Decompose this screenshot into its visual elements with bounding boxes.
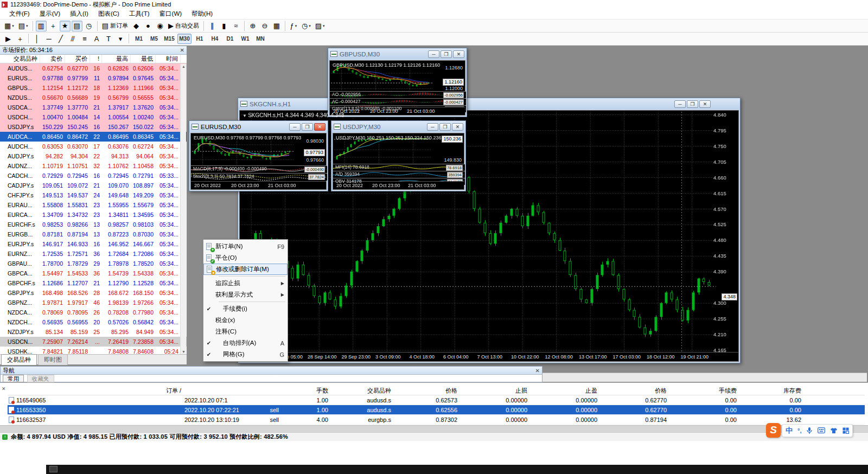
timeframe-button[interactable]: H4: [208, 34, 222, 44]
microphone-icon[interactable]: [806, 427, 813, 434]
quote-row[interactable]: EURAU... 1.55808 1.55831 23 1.55955 1.55…: [0, 200, 187, 210]
restore-button[interactable]: ❐: [439, 123, 451, 131]
quote-row[interactable]: GBPCA... 1.54497 1.54533 36 1.54739 1.54…: [0, 268, 187, 278]
column-header[interactable]: 订单 /: [8, 387, 184, 395]
close-button[interactable]: ✕: [452, 123, 463, 131]
toolbar-button[interactable]: ▤ 新订单: [100, 21, 130, 31]
restore-button[interactable]: ❐: [687, 100, 698, 108]
quote-row[interactable]: USDJPY.s 150.229 150.245 16 150.267 150.…: [0, 122, 187, 132]
quote-row[interactable]: GBPNZ... 1.97871 1.97917 46 1.98139 1.97…: [0, 298, 187, 308]
restore-button[interactable]: ❐: [441, 50, 452, 58]
drawing-tool-button[interactable]: ▾: [115, 34, 126, 44]
quote-row[interactable]: USDCN... 7.25907 7.26214 ... 7.26419 7.2…: [0, 337, 187, 347]
column-header[interactable]: 止损: [461, 387, 531, 395]
toolbar-button[interactable]: ƒ ▾: [288, 21, 299, 31]
menu-item[interactable]: 显示(V): [35, 9, 65, 19]
quote-row[interactable]: GBPJPY.s 168.498 168.526 28 168.672 168.…: [0, 288, 187, 298]
toolbar-button[interactable]: [203, 21, 204, 31]
timeframe-button[interactable]: H1: [193, 34, 207, 44]
minimize-button[interactable]: ─: [674, 100, 686, 108]
menu-item[interactable]: 帮助(H): [187, 9, 218, 19]
toolbar-button[interactable]: ◷: [84, 21, 94, 31]
dropdown-caret-icon[interactable]: ▾: [323, 24, 325, 28]
dropdown-caret-icon[interactable]: ▾: [26, 24, 28, 28]
column-header[interactable]: 价格: [601, 387, 670, 395]
timeframe-button[interactable]: M1: [132, 34, 146, 44]
toolbar-button[interactable]: ▥: [36, 21, 47, 31]
drawing-tool-button[interactable]: A: [91, 34, 102, 44]
dropdown-caret-icon[interactable]: ▾: [309, 24, 311, 28]
quote-row[interactable]: CHFJPY.s 149.513 149.537 24 149.648 149.…: [0, 190, 187, 200]
close-button[interactable]: ✕: [453, 50, 464, 58]
sogou-logo-icon[interactable]: S: [766, 423, 781, 438]
quote-row[interactable]: GBPAU... 1.78700 1.78729 29 1.78978 1.78…: [0, 259, 187, 268]
indicator-pane-ad[interactable]: A/D 359394 359394: [333, 171, 464, 178]
context-menu-item[interactable]: ✔ 自动排列(A) A: [203, 337, 288, 349]
timeframe-button[interactable]: W1: [238, 34, 252, 44]
restore-button[interactable]: ❐: [302, 123, 313, 131]
horizontal-scrollbar[interactable]: [0, 425, 868, 432]
context-menu-item[interactable]: 注释(C): [203, 326, 288, 337]
menu-item[interactable]: 插入(I): [65, 9, 93, 19]
drawing-tool-button[interactable]: ＋: [15, 34, 25, 44]
indicator-pane-macd[interactable]: MACD(8,17,9) -0.000400 -0.000490 -0.0004…: [191, 165, 326, 173]
quote-row[interactable]: USDHK... 7.84821 7.85118 7.84808 7.84608…: [0, 347, 187, 354]
tab-tick-chart[interactable]: 即时图: [38, 354, 68, 365]
dropdown-caret-icon[interactable]: ▾: [12, 24, 14, 28]
close-button[interactable]: ✕: [314, 123, 326, 131]
close-icon[interactable]: ✕: [180, 47, 184, 53]
context-menu-item[interactable]: ✔ 手续费(i): [203, 303, 288, 315]
minimize-button[interactable]: ─: [428, 50, 439, 58]
toolbar-button[interactable]: ▨ ▾: [314, 21, 327, 31]
toolbar-button[interactable]: ▤: [72, 21, 82, 31]
order-row[interactable]: 116632537 2022.10.20 13:10:19 sell 4.00 …: [8, 415, 865, 425]
context-menu-item[interactable]: 获利显示方式 ▶: [203, 289, 288, 300]
drawing-tool-button[interactable]: ╱: [55, 34, 66, 44]
indicator-pane-ac[interactable]: AC -0.000427 -0.000427: [330, 98, 465, 105]
quote-row[interactable]: EURCHF.s 0.98253 0.98266 13 0.98257 0.98…: [0, 220, 187, 229]
column-header[interactable]: 最低: [131, 55, 156, 63]
toolbar-button[interactable]: ≈: [231, 21, 241, 31]
timeframe-button[interactable]: MN: [253, 34, 267, 44]
quote-row[interactable]: GBPUS... 1.12154 1.12172 18 1.12369 1.11…: [0, 83, 187, 93]
order-row[interactable]: 116549065 2022.10.20 07:1 1.00 audusd.s …: [8, 395, 865, 405]
timeframe-button[interactable]: M5: [147, 34, 161, 44]
drawing-tool-button[interactable]: [129, 34, 129, 43]
quote-row[interactable]: NZDUS... 0.56670 0.56689 19 0.56799 0.56…: [0, 93, 187, 103]
taskbar-app-icon[interactable]: [49, 466, 58, 472]
chart-window-titlebar[interactable]: GBPUSD,M30 ─ ❐ ✕: [328, 48, 467, 60]
toolbar-button[interactable]: ⊕: [247, 21, 258, 31]
chart-window-titlebar[interactable]: USDJPY,M30 ─ ❐ ✕: [331, 121, 465, 132]
close-button[interactable]: ✕: [699, 100, 711, 108]
context-menu-item[interactable]: ✓ 平仓(O): [203, 252, 288, 264]
toolbar-button[interactable]: ∥: [207, 21, 218, 31]
column-header[interactable]: 手续费: [670, 387, 740, 395]
close-icon[interactable]: ✕: [535, 368, 540, 374]
column-header[interactable]: 卖价: [40, 55, 65, 63]
tab-favorites[interactable]: 收藏夹: [27, 375, 54, 382]
chinese-english-toggle-icon[interactable]: 中: [786, 426, 793, 435]
quote-row[interactable]: AUDJPY.s 94.282 94.304 22 94.313 94.064 …: [0, 151, 187, 161]
toolbar-button[interactable]: ▮: [219, 21, 229, 31]
menu-item[interactable]: 文件(F): [4, 9, 35, 19]
toolbar-button[interactable]: ▦ ▾: [3, 21, 16, 31]
menu-item[interactable]: 图表(C): [93, 9, 124, 19]
minimize-button[interactable]: ─: [427, 123, 438, 131]
toolbar-button[interactable]: ⊖: [259, 21, 270, 31]
toolbar-button[interactable]: ★: [60, 21, 71, 31]
quote-row[interactable]: USDCH... 1.00470 1.00484 14 1.00554 1.00…: [0, 112, 187, 122]
quote-row[interactable]: AUDCH... 0.63053 0.63070 17 0.63076 0.62…: [0, 142, 187, 151]
chart-window-titlebar[interactable]: EURUSD,M30 ─ ❐ ✕: [189, 121, 328, 132]
drawing-tool-button[interactable]: T: [103, 34, 114, 44]
column-header[interactable]: 价格: [394, 387, 461, 395]
menu-item[interactable]: 工具(T): [124, 9, 155, 19]
quote-row[interactable]: NZDCA... 0.78069 0.78095 26 0.78208 0.77…: [0, 308, 187, 317]
toolbar-button[interactable]: [285, 21, 285, 31]
tab-symbols[interactable]: 交易品种: [1, 354, 37, 365]
punctuation-icon[interactable]: °,: [797, 427, 801, 434]
toolbar-button[interactable]: ▶ 自动交易: [167, 21, 201, 31]
quote-row[interactable]: EURUS... 0.97788 0.97799 11 0.97894 0.97…: [0, 73, 187, 83]
quote-row[interactable]: AUDCA... 0.86450 0.86472 22 0.86495 0.86…: [0, 132, 187, 142]
quote-row[interactable]: GBPCHF.s 1.12686 1.12707 21 1.12790 1.12…: [0, 278, 187, 288]
taskbar-strip[interactable]: [46, 465, 868, 474]
